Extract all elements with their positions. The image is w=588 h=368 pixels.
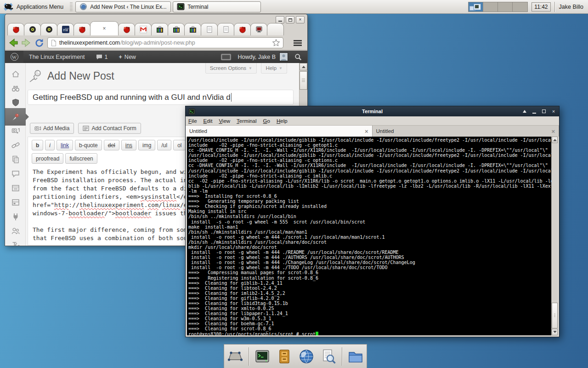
dock-web-browser-button[interactable] — [298, 348, 315, 365]
help-tab[interactable]: Help ▼ — [261, 63, 287, 74]
tab-close-icon[interactable]: × — [365, 128, 368, 135]
browser-tab[interactable] — [168, 23, 185, 35]
quicktag-b-button[interactable]: b — [32, 140, 43, 150]
browser-tab[interactable] — [217, 23, 234, 35]
wp-menu-links[interactable] — [5, 138, 26, 152]
forward-button-icon[interactable] — [21, 37, 32, 48]
wp-menu-pages[interactable] — [5, 153, 26, 167]
wp-menu-plugins[interactable] — [5, 210, 26, 224]
quicktag-fullscreen-button[interactable]: fullscreen — [65, 153, 97, 164]
quicktag-ins-button[interactable]: ins — [121, 140, 136, 150]
quicktag-del-button[interactable]: del — [104, 140, 119, 150]
browser-tab[interactable] — [151, 23, 168, 35]
browser-tab[interactable] — [184, 23, 201, 35]
scroll-thumb[interactable] — [300, 71, 307, 90]
terminal-titlebar[interactable]: Terminal × — [186, 106, 559, 116]
terminal-scroll-thumb[interactable] — [552, 303, 558, 328]
wp-menu-comments[interactable] — [5, 167, 26, 181]
dock-terminal-button[interactable] — [254, 348, 271, 365]
wp-menu-posts[interactable] — [5, 108, 26, 126]
workspace-1[interactable] — [469, 2, 483, 12]
wp-menu-dashboard[interactable] — [5, 67, 26, 81]
terminal-minimize-button[interactable] — [531, 109, 537, 114]
terminal-menu-edit[interactable]: Edit — [204, 118, 213, 124]
terminal-scroll-up-button[interactable] — [552, 137, 558, 143]
browser-tab[interactable] — [135, 23, 152, 35]
quicktag-i-button[interactable]: i — [45, 140, 55, 150]
browser-tab[interactable] — [74, 23, 90, 35]
wp-site-name[interactable]: The Linux Experiment — [23, 51, 90, 63]
wp-menu-users[interactable] — [5, 224, 26, 238]
browser-tab[interactable] — [201, 23, 218, 35]
post-title-input[interactable]: Getting FreeBSD up and running with a GU… — [28, 90, 294, 105]
browser-tab-active[interactable]: × — [90, 21, 119, 35]
tab-close-icon[interactable]: × — [102, 25, 106, 32]
terminal-output[interactable]: /usr/local/include -I/usr/local/include/… — [187, 137, 551, 335]
terminal-scroll-down-button[interactable] — [552, 329, 558, 335]
quicktag-link-button[interactable]: link — [57, 140, 73, 150]
wp-menu-media[interactable] — [5, 124, 26, 138]
terminal-menu-terminal[interactable]: Terminal — [237, 118, 256, 124]
menu-hamburger-icon[interactable] — [294, 40, 302, 46]
browser-tab-blank[interactable] — [267, 23, 284, 35]
screen-options-tab[interactable]: Screen Options ▼ — [205, 63, 257, 74]
panel-grip[interactable] — [70, 2, 73, 12]
browser-maximize-button[interactable] — [286, 16, 294, 23]
wp-menu-appearance[interactable] — [5, 196, 26, 209]
add-media-button[interactable]: Add Media — [30, 123, 74, 134]
wp-howdy[interactable]: Howdy, Jake B — [238, 54, 276, 60]
quicktag-proofread-button[interactable]: proofread — [32, 153, 63, 164]
terminal-menu-go[interactable]: Go — [263, 118, 270, 124]
quicktag-b-quote-button[interactable]: b-quote — [75, 140, 102, 150]
avatar[interactable] — [279, 52, 288, 61]
reload-button-icon[interactable] — [34, 38, 44, 48]
browser-tab[interactable] — [118, 23, 135, 35]
terminal-close-button[interactable]: × — [551, 109, 556, 114]
quicktag-ol-button[interactable]: ol — [173, 140, 186, 150]
terminal-tab-1[interactable]: Untitled× — [186, 126, 373, 137]
workspace-3[interactable] — [498, 2, 513, 12]
terminal-scrollbar[interactable] — [551, 137, 558, 335]
terminal-shade-button[interactable] — [522, 109, 527, 114]
browser-minimize-button[interactable] — [276, 16, 284, 23]
back-button-icon[interactable] — [8, 37, 19, 48]
wp-new-item[interactable]: + New — [113, 51, 141, 63]
browser-tab[interactable] — [40, 23, 57, 35]
dock-file-cabinet-button[interactable] — [276, 348, 293, 365]
wp-menu-search[interactable] — [5, 81, 26, 95]
terminal-menu-view[interactable]: View — [219, 118, 230, 124]
quicktag-img-button[interactable]: img — [138, 140, 155, 150]
url-bar[interactable]: thelinuxexperiment.com/blog/wp-admin/pos… — [47, 37, 283, 48]
browser-close-button[interactable]: × — [296, 16, 305, 23]
bookmark-star-icon[interactable] — [272, 39, 280, 47]
browser-tab[interactable] — [234, 23, 251, 35]
dock-show-desktop-button[interactable] — [226, 348, 244, 365]
taskbar-button-browser[interactable]: Add New Post ‹ The Linux Ex... — [75, 1, 171, 12]
scroll-up-button[interactable] — [300, 63, 307, 70]
wp-menu-tools[interactable] — [5, 238, 26, 246]
applications-menu-button[interactable]: Applications Menu — [0, 0, 68, 13]
dock-file-manager-button[interactable] — [347, 348, 364, 365]
browser-tab[interactable] — [250, 23, 267, 35]
quicktag-ul-button[interactable]: /ul — [157, 140, 171, 150]
browser-tab[interactable] — [7, 23, 24, 35]
browser-tab[interactable] — [24, 23, 41, 35]
wp-logo[interactable]: W — [5, 51, 23, 63]
workspace-pager[interactable] — [468, 2, 528, 12]
notifications-icon[interactable] — [220, 53, 232, 61]
workspace-2[interactable] — [483, 2, 498, 12]
wp-comments-item[interactable]: 1 — [90, 51, 113, 63]
terminal-tab-2[interactable]: Untitled× — [373, 126, 560, 137]
terminal-menu-file[interactable]: File — [188, 118, 197, 124]
tab-close-icon[interactable]: × — [551, 128, 555, 135]
search-icon[interactable] — [294, 53, 302, 61]
terminal-menu-help[interactable]: Help — [277, 118, 288, 124]
wp-menu-feedback[interactable] — [5, 181, 26, 195]
browser-tab[interactable]: nV — [57, 23, 74, 35]
workspace-4[interactable] — [513, 2, 527, 12]
taskbar-button-terminal[interactable]: Terminal — [173, 1, 261, 12]
terminal-maximize-button[interactable] — [541, 109, 547, 114]
wp-menu-shield[interactable] — [5, 96, 26, 109]
dock-search-files-button[interactable] — [320, 348, 337, 365]
add-contact-form-button[interactable]: Add Contact Form — [78, 123, 141, 134]
